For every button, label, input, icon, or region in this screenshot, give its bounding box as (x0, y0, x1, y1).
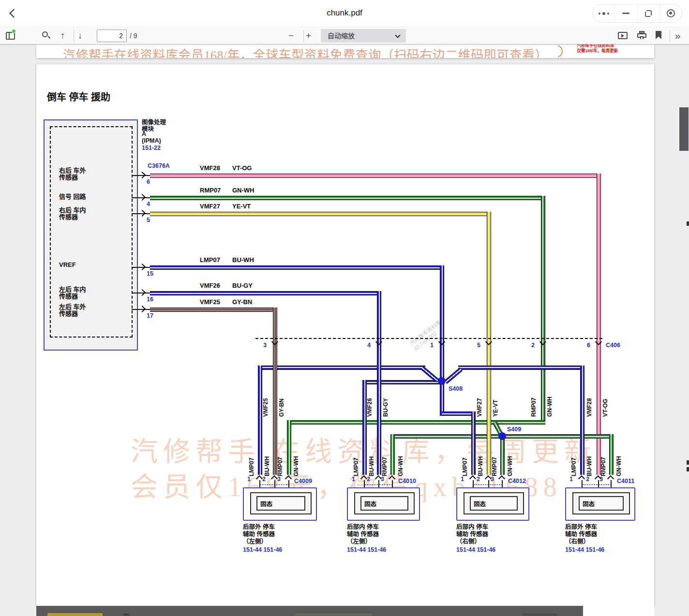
scrollbar-thumb[interactable] (679, 107, 689, 151)
connector-label-c4011: C4011 (617, 478, 634, 484)
zoom-out-button[interactable]: − (288, 27, 294, 44)
next-page-margin (583, 606, 654, 616)
wire-bu-wh (440, 265, 444, 383)
target-button[interactable] (659, 4, 682, 22)
c406-pin: 1 (430, 342, 434, 349)
sensor-pin: 1 (247, 476, 251, 483)
wire-bu-wh (150, 265, 444, 270)
wire-color-label: VT-OG (232, 164, 252, 172)
c406-pin: 5 (477, 342, 480, 349)
dot-icon (607, 13, 609, 15)
wire-bu-wh (258, 366, 262, 475)
splice-label-s408: S408 (449, 385, 463, 392)
splice-label-s409: S409 (507, 426, 521, 433)
wire-color-label: BU-GY (232, 282, 253, 289)
seal-arc-icon (558, 45, 565, 58)
next-page-fragment (523, 614, 556, 616)
sensor-pin: 2 (367, 476, 370, 483)
wire-color-label-rot: BU-WH (264, 446, 270, 476)
window-controls (592, 4, 682, 23)
wire-gn-wh (287, 420, 291, 475)
connector-label-c4010: C4010 (398, 478, 416, 484)
wire-gn-wh (500, 434, 505, 475)
more-tools-button[interactable]: » (675, 27, 680, 44)
sensor-pin: 2 (586, 476, 589, 483)
sensor-box-c4009: 固态 (243, 487, 317, 521)
print-icon (640, 36, 644, 39)
sensor-pin: 3 (491, 476, 494, 483)
sensor-name: 辅助 传感器 (347, 531, 379, 538)
wire-color-label-rot: GN-WH (615, 446, 622, 476)
module-pin-label: 传感器 (59, 308, 78, 318)
presentation-mode-icon[interactable] (618, 32, 628, 39)
notification-dot (12, 29, 16, 33)
wiring-diagram: 倒车 停车 援助 右后 车外 传感器 信号 回路 右后 车内 传感器 VREF … (36, 64, 654, 606)
pdf-viewer[interactable]: 汽修帮手在线资料库会员168/年，全球车型资料免费查询（扫码右边二维码即可查看）… (0, 44, 689, 616)
pin-number: 4 (147, 201, 150, 207)
c406-pin: 2 (531, 342, 535, 349)
sensor-pin: 1 (352, 476, 355, 483)
diagram-title: 倒车 停车 援助 (47, 89, 110, 103)
connector-c406-line (255, 338, 602, 339)
promo-banner: 汽修帮手在线资料库会员168/年，全球车型资料免费查询（扫码右边二维码即可查看） (63, 45, 548, 58)
pdf-page-1: 汽修帮手在线资料库会员168/年，全球车型资料免费查询（扫码右边二维码即可查看）… (36, 44, 654, 58)
sensor-pin: 3 (599, 476, 603, 483)
pin-number: 15 (147, 270, 153, 277)
zoom-select[interactable]: 自动缩放 (321, 29, 406, 43)
module-pin-label: 传感器 (59, 212, 78, 221)
minimize-button[interactable] (614, 4, 637, 22)
sensor-pin: 1 (569, 476, 573, 483)
state-label: 固态 (583, 499, 595, 508)
c406-pin: 3 (263, 342, 267, 349)
wire-bu-wh (458, 366, 584, 370)
arrow-right-icon (139, 210, 146, 217)
sensor-page-refs: 151-44 151-46 (347, 546, 386, 553)
pin-number: 6 (147, 178, 150, 185)
state-label: 固态 (260, 499, 272, 508)
module-pin-label: 传感器 (59, 172, 78, 181)
wire-bu-wh (442, 411, 476, 416)
page-number-input[interactable]: 2 (97, 29, 127, 42)
wire-bu-wh (444, 367, 463, 384)
pin-number: 17 (147, 312, 153, 319)
arrow-right-icon (139, 289, 146, 296)
next-page-fragment (295, 614, 373, 616)
connector-label-c3676a: C3676A (148, 162, 170, 169)
splice-s408 (438, 377, 446, 385)
circuit-label: VMF26 (200, 282, 220, 289)
zoom-in-button[interactable]: + (306, 27, 311, 44)
arrow-right-icon (139, 264, 146, 270)
page-up-button[interactable]: ↑ (60, 27, 65, 44)
module-name: (IPMA) (142, 137, 161, 144)
bookmark-icon[interactable] (656, 31, 661, 39)
pin-dash-link (582, 484, 612, 485)
restore-button[interactable] (637, 4, 659, 22)
circuit-label-rot: RMP07 (600, 446, 607, 476)
wire-color-label-rot: GN-WH (397, 446, 404, 476)
page-down-button[interactable]: ↓ (78, 27, 83, 44)
more-options-button[interactable] (593, 4, 614, 22)
scrollbar-mark (687, 221, 689, 226)
restore-icon (645, 10, 652, 17)
wire-gn-wh (541, 196, 545, 425)
pin-number: 5 (147, 217, 150, 223)
divider (74, 30, 74, 42)
circuit-label-rot: RMP07 (530, 381, 537, 417)
module-page-ref: 151-22 (142, 145, 161, 151)
pdf-page-2: 汽修帮手资料库ID:7496002 汽修帮手资料库ID:7496002 汽修帮手… (36, 64, 654, 606)
wire-gn-wh (150, 196, 545, 200)
sensor-box-c4012: 固态 (456, 487, 529, 521)
wire-color-label-rot: BU-WH (586, 446, 593, 476)
wire-color-label-rot: GN-WH (293, 446, 300, 476)
sensor-name: （右侧） (565, 538, 589, 545)
sensor-page-refs: 151-44 151-46 (243, 546, 282, 553)
sensor-box-c4011: 固态 (565, 487, 635, 521)
circuit-label-rot: LMP07 (353, 446, 359, 476)
search-icon[interactable] (42, 31, 48, 37)
zoom-select-label: 自动缩放 (328, 32, 355, 40)
sensor-pin: 1 (461, 476, 464, 483)
splice-s409 (498, 432, 506, 440)
sensor-name: （左侧） (347, 538, 371, 545)
circuit-label-rot: LMP07 (570, 446, 577, 476)
wire-gy-bn (150, 308, 277, 312)
